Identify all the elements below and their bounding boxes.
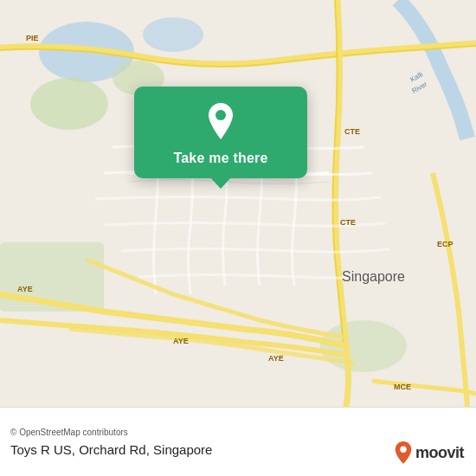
popup-icon-wrap xyxy=(200,102,241,144)
svg-text:PIE: PIE xyxy=(26,34,39,42)
popup-card[interactable]: Take me there xyxy=(134,87,307,178)
moovit-logo: moovit xyxy=(394,441,464,464)
popup-label: Take me there xyxy=(173,151,267,166)
svg-text:AYE: AYE xyxy=(268,354,284,363)
svg-point-6 xyxy=(320,320,407,372)
svg-text:AYE: AYE xyxy=(17,285,33,293)
svg-text:CTE: CTE xyxy=(344,127,360,136)
svg-text:ECP: ECP xyxy=(437,240,453,248)
svg-text:MCE: MCE xyxy=(394,383,411,391)
svg-text:CTE: CTE xyxy=(340,218,356,227)
svg-text:Singapore: Singapore xyxy=(342,269,405,284)
map-area[interactable]: PIE CTE CTE AYE AYE AYE ECP MCE Kalli Ri… xyxy=(0,0,476,407)
osm-attribution: © OpenStreetMap contributors xyxy=(10,428,466,437)
bottom-bar: © OpenStreetMap contributors Toys R US, … xyxy=(0,407,476,476)
app: PIE CTE CTE AYE AYE AYE ECP MCE Kalli Ri… xyxy=(0,0,476,476)
svg-point-3 xyxy=(30,78,108,130)
moovit-text: moovit xyxy=(415,444,464,462)
svg-point-19 xyxy=(400,447,406,453)
svg-text:AYE: AYE xyxy=(173,337,189,345)
location-pin-icon xyxy=(203,103,238,143)
moovit-pin-icon xyxy=(394,441,413,464)
svg-point-18 xyxy=(215,110,226,120)
svg-point-2 xyxy=(143,17,203,52)
